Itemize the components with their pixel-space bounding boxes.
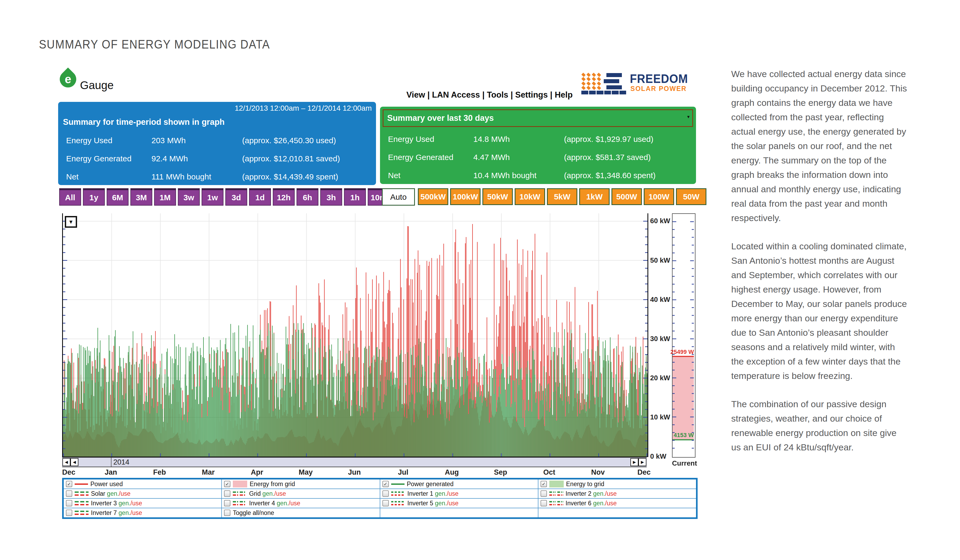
range-button-3m[interactable]: 3M [130, 188, 152, 206]
legend-swatch-green-fill [549, 480, 564, 488]
legend-label: Inverter 4 gen./use [249, 500, 300, 507]
range-button-12h[interactable]: 12h [273, 188, 295, 206]
range-button-3d[interactable]: 3d [226, 188, 247, 206]
paragraph: Located within a cooling dominated clima… [731, 239, 908, 383]
menu-item-tools[interactable]: Tools [487, 90, 508, 99]
range-button-1h[interactable]: 1h [344, 188, 366, 206]
range-button-1y[interactable]: 1y [83, 188, 105, 206]
checkbox[interactable] [66, 500, 72, 506]
legend-label: Grid gen./use [249, 490, 286, 498]
range-button-3h[interactable]: 3h [320, 188, 342, 206]
row-label: Net [388, 171, 400, 180]
chart-options-dropdown-icon[interactable]: ▼ [65, 216, 77, 228]
legend-item-energy-from-grid: ✓Energy from grid [222, 480, 379, 488]
menu-item-settings[interactable]: Settings [515, 90, 548, 99]
chart-scrollbar[interactable]: ◀ ◀ 2014 ▶ ▶ [62, 457, 647, 467]
checkbox[interactable] [541, 500, 547, 506]
legend-item-inverter-6: Inverter 6 gen./use [538, 499, 696, 508]
range-button-1w[interactable]: 1w [202, 188, 224, 206]
scroll-right-icon[interactable]: ▶ [630, 458, 638, 466]
checkbox[interactable] [224, 490, 230, 497]
year-divider [111, 458, 112, 467]
menu-item-help[interactable]: Help [555, 90, 573, 99]
checkbox[interactable] [382, 490, 389, 497]
power-chart[interactable]: ▼ [62, 213, 648, 457]
legend-swatch-dash-c [391, 491, 405, 496]
month-label-feb-2: Feb [153, 468, 166, 477]
row-note: (approx. $1,348.60 spent) [564, 171, 656, 180]
scale-button-500w[interactable]: 500W [611, 188, 642, 205]
gauge-used-value: 25499 W [670, 349, 694, 355]
range-button-all[interactable]: All [59, 188, 81, 206]
freedom-logo-subtitle: SOLAR POWER [630, 85, 686, 93]
range-button-1m[interactable]: 1M [154, 188, 176, 206]
scale-button-100w[interactable]: 100W [644, 188, 674, 205]
y-tick-label-20: 20 kW [650, 374, 670, 382]
description-text: We have collected actual energy data sin… [731, 67, 908, 468]
row-value: 4.47 MWh [473, 153, 510, 162]
row-label: Energy Used [66, 136, 112, 145]
summary-period-selected: Summary over last 30 days [387, 114, 494, 123]
month-label-apr-4: Apr [251, 468, 263, 477]
menu-separator: | [425, 90, 432, 99]
freedom-logo-name: FREEDOM [630, 72, 688, 86]
checkbox[interactable] [66, 510, 72, 516]
scale-button-50kw[interactable]: 50kW [482, 188, 513, 205]
period-date-range: 12/1/2013 12:00am – 12/1/2014 12:00am [235, 104, 372, 112]
checkbox[interactable] [224, 510, 230, 516]
scale-button-auto[interactable]: Auto [382, 188, 415, 206]
legend-swatch-dash-c [391, 501, 405, 505]
scale-button-100kw[interactable]: 100kW [450, 188, 480, 205]
legend-item-inverter-5: Inverter 5 gen./use [380, 499, 538, 508]
legend-item-inverter-1: Inverter 1 gen./use [380, 489, 538, 498]
checkbox[interactable]: ✓ [66, 481, 72, 487]
row-note: (approx. $581.37 saved) [564, 153, 651, 162]
menu-item-lan-access[interactable]: LAN Access [432, 90, 480, 99]
menu-separator: | [508, 90, 515, 99]
legend-swatch-dash-a [75, 491, 88, 496]
scroll-left-icon[interactable]: ◀ [70, 458, 78, 466]
checkbox[interactable]: ✓ [541, 481, 547, 487]
range-button-1d[interactable]: 1d [249, 188, 271, 206]
checkbox[interactable] [66, 490, 72, 497]
scale-button-1kw[interactable]: 1kW [579, 188, 610, 205]
legend-label: Inverter 5 gen./use [408, 500, 459, 507]
legend-item-solar: Solar gen./use [64, 489, 221, 498]
checkbox[interactable]: ✓ [224, 481, 230, 487]
month-label-dec-0: Dec [62, 468, 75, 477]
menu-item-view[interactable]: View [406, 90, 425, 99]
current-power-gauge: 25499 W 4153 W [672, 213, 696, 458]
legend-item-toggle-all-none: Toggle all/none [222, 508, 379, 517]
y-tick-label-0: 0 kW [650, 452, 666, 461]
legend-item-power-generated: ✓Power generated [380, 480, 538, 488]
egauge-logo-text: Gauge [80, 79, 114, 92]
checkbox[interactable]: ✓ [382, 481, 389, 487]
checkbox[interactable] [382, 500, 389, 506]
row-label: Net [66, 172, 78, 181]
scroll-right-icon[interactable]: ▶ [638, 458, 646, 466]
month-label-mar-3: Mar [202, 468, 215, 477]
row-value: 203 MWh [152, 136, 186, 145]
chevron-down-icon: ▾ [687, 114, 690, 120]
scale-button-50w[interactable]: 50W [676, 188, 706, 205]
summary-period-select[interactable]: Summary over last 30 days ▾ [382, 109, 693, 127]
page-title: SUMMARY OF ENERGY MODELING DATA [39, 37, 270, 51]
checkbox[interactable] [541, 490, 547, 497]
scale-button-500kw[interactable]: 500kW [418, 188, 448, 205]
legend-swatch-dash-b [233, 491, 247, 496]
range-button-3w[interactable]: 3w [178, 188, 200, 206]
range-button-6h[interactable]: 6h [296, 188, 318, 206]
scale-button-5kw[interactable]: 5kW [547, 188, 578, 205]
legend-label: Inverter 2 gen./use [566, 490, 617, 498]
legend-item-empty [538, 508, 696, 517]
legend-swatch-dash-a [75, 501, 88, 505]
legend-item-energy-to-grid: ✓Energy to grid [538, 480, 696, 488]
period-summary-box: 12/1/2013 12:00am – 12/1/2014 12:00am Su… [58, 102, 376, 185]
legend-label: Inverter 6 gen./use [566, 500, 617, 507]
scale-button-10kw[interactable]: 10kW [515, 188, 545, 205]
range-button-6m[interactable]: 6M [107, 188, 128, 206]
menu-separator: | [480, 90, 487, 99]
checkbox[interactable] [224, 500, 230, 506]
scroll-left-icon[interactable]: ◀ [62, 458, 70, 466]
chart-legend: ✓Power used✓Energy from grid✓Power gener… [62, 478, 698, 519]
